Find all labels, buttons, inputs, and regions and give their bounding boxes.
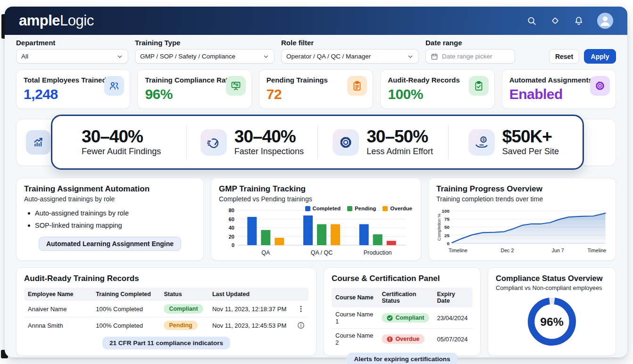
line-chart-svg: 0255075100Completion %TimelineDec 2Jun 7… <box>436 205 608 257</box>
card-title: Audit-Ready Training Records <box>24 274 308 283</box>
kebab-menu-icon[interactable] <box>297 305 305 313</box>
hand-coin-icon: $ <box>468 129 495 156</box>
panels-row: Training Assignment Automation Auto-assi… <box>16 178 616 261</box>
training-completed-cell: 100% Completed <box>92 301 160 317</box>
highlight-value: $50K+ <box>502 128 559 146</box>
bullet-dot <box>28 224 30 227</box>
filter-buttons: Reset Apply <box>549 49 616 64</box>
highlight-fewer-audit-findings: 30–40% Fewer Audit Findings <box>56 125 186 159</box>
svg-text:Timeline: Timeline <box>587 248 606 253</box>
legend-item: Completed <box>305 206 341 211</box>
check-circle-icon <box>387 315 393 321</box>
table-header-row: Course Name Certification Status Expiry … <box>332 288 473 307</box>
scan-icon[interactable] <box>550 16 560 26</box>
column-header: Course Name <box>332 288 378 307</box>
chart-legend: CompletedPendingOverdue <box>305 206 412 211</box>
cfr-compliance-badge: 21 CFR Part 11 compliance indicators <box>102 337 230 349</box>
status-text: Overdue <box>395 336 419 342</box>
expiring-certifications-badge: Alerts for expiring certifications <box>347 353 457 364</box>
employee-name-cell: Annna Smith <box>24 317 92 334</box>
course-name-cell: Course Name 1 <box>332 307 378 329</box>
course-table: Course Name Certification Status Expiry … <box>332 288 473 349</box>
card-title: Compliance Status Overview <box>496 274 608 283</box>
svg-text:80: 80 <box>229 207 234 213</box>
highlight-label: Less Admin Effort <box>366 147 433 157</box>
filter-bar: Department All Training Type GMP / SOP /… <box>16 39 616 64</box>
svg-text:$: $ <box>482 137 484 142</box>
user-avatar[interactable] <box>597 13 613 29</box>
amplelogic-logo: ampleLogic <box>19 12 94 29</box>
legend-item: Overdue <box>383 206 412 211</box>
status-badge: Overdue <box>382 334 425 344</box>
kpi-total-employees-trained: Total Employees Trained 1,248 <box>16 69 130 109</box>
highlight-label: Faster Inspections <box>234 147 304 157</box>
search-icon[interactable] <box>526 16 537 26</box>
highlight-value: 30–50% <box>366 128 433 146</box>
last-updated-cell: Nov 11, 2023, 12:45:53 PM <box>208 317 293 334</box>
panel-subtitle: Completed vs Pending trainings <box>219 195 413 203</box>
training-type-select[interactable]: GMP / SOP / Safety / Compliance <box>135 49 275 64</box>
status-badge: Pending <box>164 321 197 330</box>
department-value: All <box>21 53 117 60</box>
column-header: Last Updated <box>208 288 293 301</box>
gmp-training-tracking-panel: GMP Training Tracking Completed vs Pendi… <box>211 178 421 261</box>
column-header: Training Completed <box>92 288 160 301</box>
card-subtitle: Compliant vs Non-compliant employees <box>496 284 608 291</box>
date-range-placeholder: Date range picker <box>442 53 492 60</box>
table-row: Course Name 2 Overdue 05/07/2024 <box>332 329 473 350</box>
svg-text:75: 75 <box>444 216 450 222</box>
column-header: Expiry Date <box>433 288 473 307</box>
svg-text:20: 20 <box>229 234 234 240</box>
svg-text:QA / QC: QA / QC <box>311 249 333 256</box>
role-value: Operator / QA / QC / Manager <box>286 53 407 60</box>
apply-button[interactable]: Apply <box>584 49 616 64</box>
training-completed-cell: 100% Completed <box>92 317 160 334</box>
department-select[interactable]: All <box>16 49 128 64</box>
training-assignment-automation-panel: Training Assignment Automation Auto-assi… <box>16 178 204 261</box>
automation-engine-badge: Automated Learning Assignment Engine <box>39 237 181 251</box>
highlight-band: 30–40% Fewer Audit Findings 30–40% Faste… <box>51 115 584 170</box>
bullet-text: Auto-assigned trainings by role <box>35 209 129 217</box>
highlight-saved-per-site: $ $50K+ Saved Per Site <box>448 125 579 159</box>
last-updated-cell: Nov 11, 2023, 12:18:37 PM <box>208 301 293 317</box>
reset-button[interactable]: Reset <box>549 49 579 64</box>
status-text: Compliant <box>395 314 424 321</box>
expiry-date-cell: 05/07/2024 <box>433 329 473 350</box>
employee-name-cell: Anaiver Name <box>24 301 92 317</box>
compliance-status-overview-card: Compliance Status Overview Compliant vs … <box>488 267 616 356</box>
svg-text:96%: 96% <box>540 315 564 328</box>
svg-text:100: 100 <box>442 208 450 214</box>
info-icon[interactable] <box>297 322 305 329</box>
card-title: Course & Certification Panel <box>332 274 473 283</box>
role-select[interactable]: Operator / QA / QC / Manager <box>281 49 419 64</box>
svg-text:25: 25 <box>444 233 450 238</box>
chevron-down-icon <box>117 53 123 60</box>
svg-text:0: 0 <box>232 242 234 248</box>
svg-text:0: 0 <box>447 241 450 246</box>
highlight-faster-inspections: 30–40% Faster Inspections <box>186 125 317 159</box>
donut-chart: 96% <box>496 292 608 351</box>
bottom-row: Audit-Ready Training Records Employee Na… <box>16 267 616 356</box>
panel-title: GMP Training Tracking <box>219 184 413 194</box>
kpi-automated-assignments: Automated Assignments Enabled <box>502 69 616 109</box>
filter-role: Role filter Operator / QA / QC / Manager <box>281 39 419 64</box>
bullet-text: SOP-linked training mapping <box>35 222 122 229</box>
training-type-label: Training Type <box>135 39 275 47</box>
column-header: Certification Status <box>378 288 433 307</box>
dashboard-content: Department All Training Type GMP / SOP /… <box>5 35 627 356</box>
expiry-date-cell: 23/04/2024 <box>433 307 473 329</box>
logo-bold: ample <box>19 12 60 29</box>
highlight-value: 30–40% <box>234 128 304 146</box>
panel-title: Training Progress Overview <box>436 184 608 194</box>
table-header-row: Employee Name Training Completed Status … <box>24 288 308 301</box>
status-badge: Compliant <box>382 313 429 323</box>
date-range-picker[interactable]: Date range picker <box>425 49 515 64</box>
highlight-band-row: 30–40% Fewer Audit Findings 30–40% Faste… <box>16 115 616 171</box>
bell-icon[interactable] <box>574 16 584 26</box>
highlight-value: 30–40% <box>82 128 161 146</box>
column-header: Employee Name <box>24 288 92 301</box>
chevron-down-icon <box>407 53 414 60</box>
table-row: Course Name 1 Compliant 23/04/2024 <box>332 307 473 329</box>
svg-text:Completion %: Completion % <box>437 214 441 241</box>
calendar-icon <box>431 53 438 60</box>
